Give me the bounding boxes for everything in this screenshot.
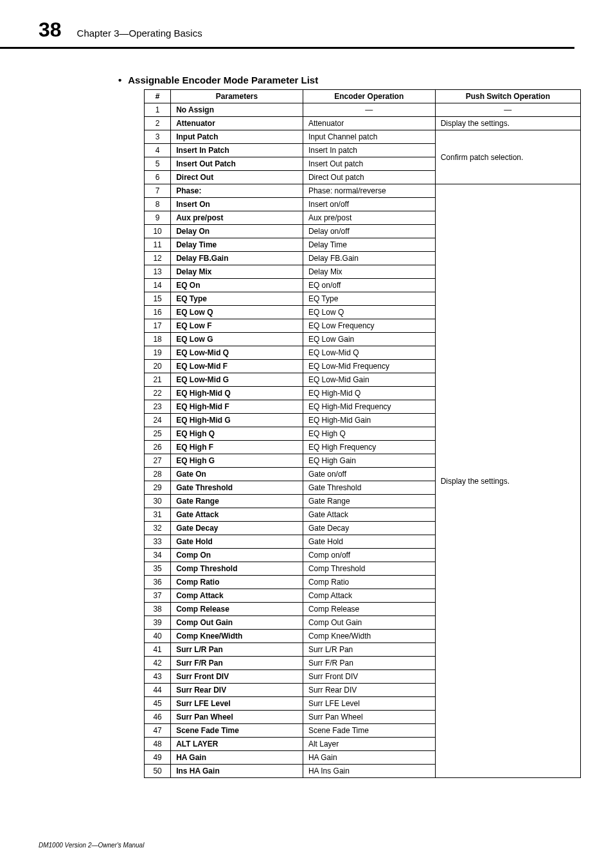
- page-header: 38 Chapter 3—Operating Basics: [0, 0, 574, 49]
- row-parameter: Delay On: [171, 225, 303, 238]
- row-parameter: Delay Time: [171, 238, 303, 252]
- row-encoder: EQ High-Mid Frequency: [303, 400, 435, 414]
- row-encoder: Insert Out patch: [303, 157, 435, 171]
- row-parameter: Aux pre/post: [171, 211, 303, 225]
- row-number: 8: [145, 198, 171, 211]
- row-parameter: Ins HA Gain: [171, 765, 303, 778]
- table-row: 7Phase:Phase: normal/reverseDisplay the …: [145, 184, 581, 198]
- row-number: 11: [145, 238, 171, 252]
- row-encoder: —: [303, 103, 435, 117]
- row-parameter: Surr F/R Pan: [171, 657, 303, 670]
- row-push: Confirm patch selection.: [435, 130, 580, 184]
- row-encoder: Delay FB.Gain: [303, 252, 435, 265]
- row-parameter: Delay Mix: [171, 265, 303, 279]
- row-parameter: Gate Threshold: [171, 481, 303, 495]
- row-encoder: Surr L/R Pan: [303, 643, 435, 657]
- row-number: 20: [145, 360, 171, 373]
- header-parameters: Parameters: [171, 90, 303, 103]
- row-number: 14: [145, 279, 171, 292]
- row-number: 39: [145, 616, 171, 630]
- row-parameter: EQ Low-Mid G: [171, 373, 303, 387]
- row-parameter: Insert In Patch: [171, 144, 303, 157]
- row-number: 23: [145, 400, 171, 414]
- row-parameter: Gate Hold: [171, 535, 303, 549]
- row-parameter: Gate Attack: [171, 508, 303, 522]
- row-number: 2: [145, 117, 171, 130]
- row-parameter: Gate Range: [171, 495, 303, 508]
- row-number: 28: [145, 468, 171, 481]
- row-number: 18: [145, 333, 171, 346]
- row-number: 4: [145, 144, 171, 157]
- row-number: 26: [145, 441, 171, 454]
- row-parameter: EQ High F: [171, 441, 303, 454]
- row-push: Display the settings.: [435, 117, 580, 130]
- row-parameter: Gate On: [171, 468, 303, 481]
- row-push: Display the settings.: [435, 184, 580, 778]
- table-row: 3Input PatchInput Channel patchConfirm p…: [145, 130, 581, 144]
- row-encoder: HA Gain: [303, 751, 435, 765]
- row-number: 35: [145, 562, 171, 576]
- row-number: 7: [145, 184, 171, 198]
- row-number: 3: [145, 130, 171, 144]
- parameter-table: # Parameters Encoder Operation Push Swit…: [144, 89, 581, 778]
- page-number: 38: [39, 18, 62, 42]
- row-encoder: EQ High-Mid Gain: [303, 414, 435, 427]
- row-parameter: Comp Attack: [171, 589, 303, 603]
- row-encoder: Comp Attack: [303, 589, 435, 603]
- row-number: 33: [145, 535, 171, 549]
- row-encoder: Input Channel patch: [303, 130, 435, 144]
- row-parameter: ALT LAYER: [171, 738, 303, 751]
- row-parameter: Insert Out Patch: [171, 157, 303, 171]
- row-parameter: Surr Rear DIV: [171, 684, 303, 697]
- row-number: 50: [145, 765, 171, 778]
- footer-text: DM1000 Version 2—Owner's Manual: [39, 842, 144, 849]
- row-number: 9: [145, 211, 171, 225]
- row-parameter: Scene Fade Time: [171, 724, 303, 738]
- row-encoder: EQ Low-Mid Q: [303, 346, 435, 360]
- row-parameter: Comp Out Gain: [171, 616, 303, 630]
- row-parameter: EQ Low F: [171, 319, 303, 333]
- row-parameter: Attenuator: [171, 117, 303, 130]
- row-number: 1: [145, 103, 171, 117]
- row-number: 41: [145, 643, 171, 657]
- table-header-row: # Parameters Encoder Operation Push Swit…: [145, 90, 581, 103]
- row-number: 36: [145, 576, 171, 589]
- row-number: 40: [145, 630, 171, 643]
- row-number: 38: [145, 603, 171, 616]
- header-encoder: Encoder Operation: [303, 90, 435, 103]
- row-encoder: Scene Fade Time: [303, 724, 435, 738]
- header-push: Push Switch Operation: [435, 90, 580, 103]
- row-number: 17: [145, 319, 171, 333]
- row-encoder: Comp Release: [303, 603, 435, 616]
- row-parameter: Comp Knee/Width: [171, 630, 303, 643]
- row-encoder: Surr Front DIV: [303, 670, 435, 684]
- row-encoder: EQ Low-Mid Gain: [303, 373, 435, 387]
- row-number: 34: [145, 549, 171, 562]
- row-parameter: Gate Decay: [171, 522, 303, 535]
- row-encoder: EQ Low-Mid Frequency: [303, 360, 435, 373]
- row-parameter: EQ High-Mid Q: [171, 387, 303, 400]
- row-parameter: HA Gain: [171, 751, 303, 765]
- row-encoder: Surr LFE Level: [303, 697, 435, 711]
- chapter-title: Chapter 3—Operating Basics: [77, 28, 202, 39]
- section-title: Assignable Encoder Mode Parameter List: [118, 75, 574, 85]
- row-number: 48: [145, 738, 171, 751]
- row-parameter: EQ High Q: [171, 427, 303, 441]
- row-parameter: Insert On: [171, 198, 303, 211]
- row-number: 21: [145, 373, 171, 387]
- table-row: 1No Assign——: [145, 103, 581, 117]
- row-number: 47: [145, 724, 171, 738]
- row-number: 49: [145, 751, 171, 765]
- row-parameter: EQ Low Q: [171, 306, 303, 319]
- row-parameter: Delay FB.Gain: [171, 252, 303, 265]
- row-number: 24: [145, 414, 171, 427]
- row-encoder: Gate Range: [303, 495, 435, 508]
- row-encoder: Alt Layer: [303, 738, 435, 751]
- row-encoder: EQ High Q: [303, 427, 435, 441]
- row-number: 25: [145, 427, 171, 441]
- row-number: 46: [145, 711, 171, 724]
- row-parameter: Comp On: [171, 549, 303, 562]
- row-number: 43: [145, 670, 171, 684]
- row-number: 32: [145, 522, 171, 535]
- row-parameter: Comp Release: [171, 603, 303, 616]
